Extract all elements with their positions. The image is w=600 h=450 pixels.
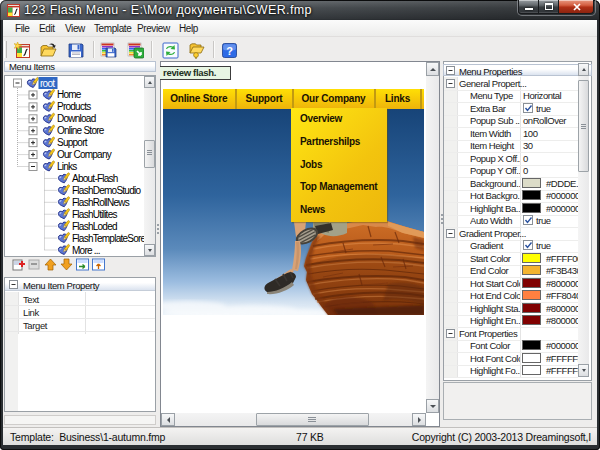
svg-text:root: root [40, 78, 55, 89]
svg-text:Products: Products [57, 101, 91, 112]
svg-text:About-Flash: About-Flash [72, 173, 118, 184]
svg-text:FlashDemoStudio: FlashDemoStudio [72, 185, 141, 196]
svg-text:FlashTemplateSore: FlashTemplateSore [72, 233, 147, 244]
svg-text:Online Store: Online Store [57, 125, 105, 136]
svg-text:Download: Download [57, 113, 96, 124]
svg-text:Home: Home [57, 89, 82, 100]
svg-text:FlashLoded: FlashLoded [72, 221, 117, 232]
svg-text:FlashUtilites: FlashUtilites [72, 209, 117, 220]
svg-text:Support: Support [57, 137, 88, 148]
svg-text:?: ? [226, 45, 233, 57]
svg-text:Links: Links [57, 161, 77, 172]
svg-text:More ...: More ... [72, 245, 100, 256]
svg-text:FlashRollNews: FlashRollNews [72, 197, 130, 208]
svg-text:Our Company: Our Company [57, 149, 112, 160]
